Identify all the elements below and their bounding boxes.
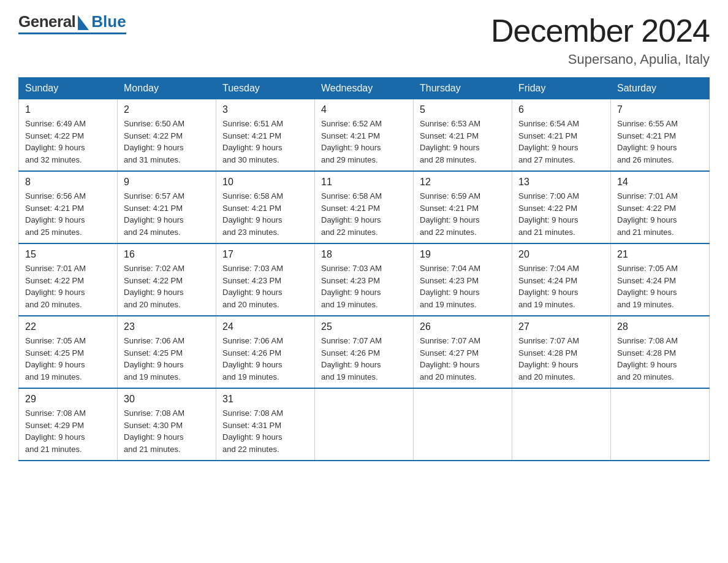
- month-title: December 2024: [491, 12, 710, 49]
- day-number: 16: [124, 249, 210, 260]
- calendar-week-row: 22 Sunrise: 7:05 AM Sunset: 4:25 PM Dayl…: [19, 316, 710, 388]
- day-info: Sunrise: 6:57 AM Sunset: 4:21 PM Dayligh…: [124, 190, 210, 238]
- table-row: 5 Sunrise: 6:53 AM Sunset: 4:21 PM Dayli…: [414, 99, 512, 172]
- table-row: 27 Sunrise: 7:07 AM Sunset: 4:28 PM Dayl…: [512, 316, 611, 388]
- day-info: Sunrise: 7:05 AM Sunset: 4:25 PM Dayligh…: [25, 335, 111, 383]
- logo-underline: [18, 33, 126, 34]
- day-number: 31: [222, 394, 308, 405]
- day-number: 3: [222, 104, 308, 115]
- table-row: 13 Sunrise: 7:00 AM Sunset: 4:22 PM Dayl…: [512, 171, 611, 243]
- table-row: 16 Sunrise: 7:02 AM Sunset: 4:22 PM Dayl…: [118, 243, 216, 316]
- table-row: 17 Sunrise: 7:03 AM Sunset: 4:23 PM Dayl…: [216, 243, 315, 316]
- day-number: 12: [420, 177, 506, 188]
- day-info: Sunrise: 7:03 AM Sunset: 4:23 PM Dayligh…: [222, 262, 308, 310]
- table-row: 20 Sunrise: 7:04 AM Sunset: 4:24 PM Dayl…: [512, 243, 611, 316]
- day-number: 1: [25, 104, 111, 115]
- table-row: 1 Sunrise: 6:49 AM Sunset: 4:22 PM Dayli…: [19, 99, 118, 172]
- day-number: 21: [617, 249, 703, 260]
- title-area: December 2024 Supersano, Apulia, Italy: [491, 12, 710, 67]
- table-row: 6 Sunrise: 6:54 AM Sunset: 4:21 PM Dayli…: [512, 99, 611, 172]
- table-row: 3 Sunrise: 6:51 AM Sunset: 4:21 PM Dayli…: [216, 99, 315, 172]
- logo: General Blue: [18, 12, 126, 34]
- table-row: 26 Sunrise: 7:07 AM Sunset: 4:27 PM Dayl…: [414, 316, 512, 388]
- svg-marker-0: [78, 15, 89, 30]
- day-info: Sunrise: 6:58 AM Sunset: 4:21 PM Dayligh…: [222, 190, 308, 238]
- day-info: Sunrise: 6:49 AM Sunset: 4:22 PM Dayligh…: [25, 118, 111, 166]
- day-info: Sunrise: 6:59 AM Sunset: 4:21 PM Dayligh…: [420, 190, 506, 238]
- day-info: Sunrise: 7:08 AM Sunset: 4:30 PM Dayligh…: [124, 407, 210, 455]
- location-title: Supersano, Apulia, Italy: [491, 52, 710, 67]
- day-info: Sunrise: 6:53 AM Sunset: 4:21 PM Dayligh…: [420, 118, 506, 166]
- day-number: 26: [420, 321, 506, 332]
- col-friday: Friday: [512, 78, 611, 99]
- table-row: 24 Sunrise: 7:06 AM Sunset: 4:26 PM Dayl…: [216, 316, 315, 388]
- day-number: 28: [617, 321, 703, 332]
- day-number: 15: [25, 249, 111, 260]
- day-info: Sunrise: 7:02 AM Sunset: 4:22 PM Dayligh…: [124, 262, 210, 310]
- day-number: 11: [321, 177, 407, 188]
- day-number: 6: [518, 104, 604, 115]
- col-sunday: Sunday: [19, 78, 118, 99]
- day-info: Sunrise: 7:07 AM Sunset: 4:26 PM Dayligh…: [321, 335, 407, 383]
- table-row: 21 Sunrise: 7:05 AM Sunset: 4:24 PM Dayl…: [611, 243, 710, 316]
- day-info: Sunrise: 7:01 AM Sunset: 4:22 PM Dayligh…: [617, 190, 703, 238]
- table-row: [414, 388, 512, 461]
- table-row: [512, 388, 611, 461]
- table-row: 31 Sunrise: 7:08 AM Sunset: 4:31 PM Dayl…: [216, 388, 315, 461]
- calendar-week-row: 15 Sunrise: 7:01 AM Sunset: 4:22 PM Dayl…: [19, 243, 710, 316]
- table-row: 18 Sunrise: 7:03 AM Sunset: 4:23 PM Dayl…: [315, 243, 414, 316]
- col-monday: Monday: [118, 78, 216, 99]
- table-row: 10 Sunrise: 6:58 AM Sunset: 4:21 PM Dayl…: [216, 171, 315, 243]
- table-row: 7 Sunrise: 6:55 AM Sunset: 4:21 PM Dayli…: [611, 99, 710, 172]
- calendar-week-row: 8 Sunrise: 6:56 AM Sunset: 4:21 PM Dayli…: [19, 171, 710, 243]
- col-tuesday: Tuesday: [216, 78, 315, 99]
- table-row: 29 Sunrise: 7:08 AM Sunset: 4:29 PM Dayl…: [19, 388, 118, 461]
- table-row: 4 Sunrise: 6:52 AM Sunset: 4:21 PM Dayli…: [315, 99, 414, 172]
- day-info: Sunrise: 6:55 AM Sunset: 4:21 PM Dayligh…: [617, 118, 703, 166]
- table-row: 25 Sunrise: 7:07 AM Sunset: 4:26 PM Dayl…: [315, 316, 414, 388]
- day-number: 13: [518, 177, 604, 188]
- day-info: Sunrise: 7:05 AM Sunset: 4:24 PM Dayligh…: [617, 262, 703, 310]
- day-info: Sunrise: 6:58 AM Sunset: 4:21 PM Dayligh…: [321, 190, 407, 238]
- logo-triangle-icon: [78, 15, 89, 30]
- logo-blue-text: Blue: [91, 12, 126, 31]
- day-info: Sunrise: 7:06 AM Sunset: 4:25 PM Dayligh…: [124, 335, 210, 383]
- table-row: 22 Sunrise: 7:05 AM Sunset: 4:25 PM Dayl…: [19, 316, 118, 388]
- calendar-week-row: 1 Sunrise: 6:49 AM Sunset: 4:22 PM Dayli…: [19, 99, 710, 172]
- table-row: 9 Sunrise: 6:57 AM Sunset: 4:21 PM Dayli…: [118, 171, 216, 243]
- day-number: 20: [518, 249, 604, 260]
- day-info: Sunrise: 7:07 AM Sunset: 4:28 PM Dayligh…: [518, 335, 604, 383]
- day-number: 19: [420, 249, 506, 260]
- day-number: 8: [25, 177, 111, 188]
- calendar-table: Sunday Monday Tuesday Wednesday Thursday…: [18, 77, 710, 461]
- logo-text: General Blue: [18, 12, 126, 31]
- day-number: 7: [617, 104, 703, 115]
- day-info: Sunrise: 7:08 AM Sunset: 4:31 PM Dayligh…: [222, 407, 308, 455]
- table-row: [315, 388, 414, 461]
- table-row: 8 Sunrise: 6:56 AM Sunset: 4:21 PM Dayli…: [19, 171, 118, 243]
- day-info: Sunrise: 6:56 AM Sunset: 4:21 PM Dayligh…: [25, 190, 111, 238]
- logo-general-text: General: [18, 12, 75, 31]
- table-row: 19 Sunrise: 7:04 AM Sunset: 4:23 PM Dayl…: [414, 243, 512, 316]
- table-row: 28 Sunrise: 7:08 AM Sunset: 4:28 PM Dayl…: [611, 316, 710, 388]
- day-info: Sunrise: 7:03 AM Sunset: 4:23 PM Dayligh…: [321, 262, 407, 310]
- day-number: 30: [124, 394, 210, 405]
- table-row: 30 Sunrise: 7:08 AM Sunset: 4:30 PM Dayl…: [118, 388, 216, 461]
- col-wednesday: Wednesday: [315, 78, 414, 99]
- day-info: Sunrise: 7:08 AM Sunset: 4:28 PM Dayligh…: [617, 335, 703, 383]
- day-info: Sunrise: 6:50 AM Sunset: 4:22 PM Dayligh…: [124, 118, 210, 166]
- day-number: 5: [420, 104, 506, 115]
- table-row: 15 Sunrise: 7:01 AM Sunset: 4:22 PM Dayl…: [19, 243, 118, 316]
- day-number: 27: [518, 321, 604, 332]
- day-info: Sunrise: 7:00 AM Sunset: 4:22 PM Dayligh…: [518, 190, 604, 238]
- day-number: 14: [617, 177, 703, 188]
- day-number: 4: [321, 104, 407, 115]
- table-row: [611, 388, 710, 461]
- day-info: Sunrise: 7:07 AM Sunset: 4:27 PM Dayligh…: [420, 335, 506, 383]
- day-info: Sunrise: 7:01 AM Sunset: 4:22 PM Dayligh…: [25, 262, 111, 310]
- header: General Blue December 2024 Supersano, Ap…: [18, 12, 710, 67]
- day-number: 10: [222, 177, 308, 188]
- col-thursday: Thursday: [414, 78, 512, 99]
- day-number: 17: [222, 249, 308, 260]
- calendar-header-row: Sunday Monday Tuesday Wednesday Thursday…: [19, 78, 710, 99]
